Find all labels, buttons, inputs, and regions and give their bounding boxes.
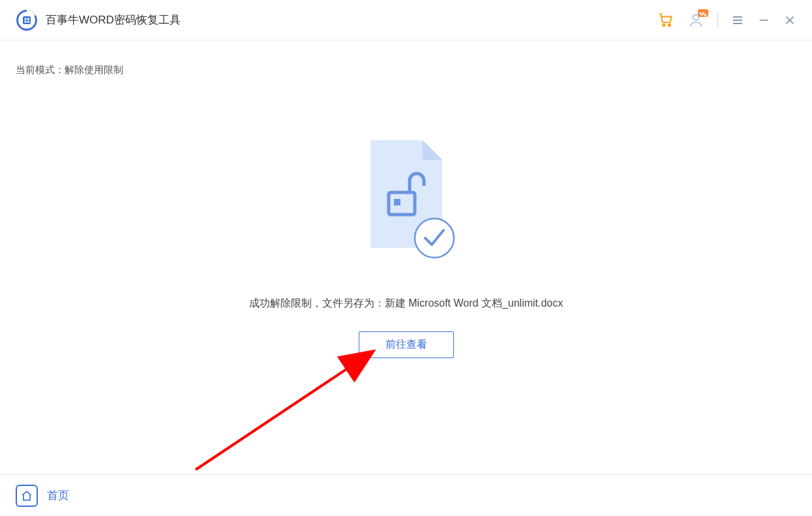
user-badge-icon bbox=[698, 9, 708, 17]
home-icon bbox=[16, 485, 38, 507]
mode-prefix: 当前模式： bbox=[16, 64, 65, 75]
cart-icon[interactable] bbox=[657, 12, 674, 29]
menu-icon[interactable] bbox=[731, 14, 744, 27]
document-unlocked-icon bbox=[351, 134, 462, 264]
home-label: 首页 bbox=[47, 488, 69, 503]
home-link[interactable]: 首页 bbox=[16, 485, 69, 507]
content-area: 当前模式：解除使用限制 成功解除限制，文件另存为：新建 Microsoft Wo… bbox=[0, 40, 812, 358]
saved-filename: 新建 Microsoft Word 文档_unlimit.docx bbox=[385, 297, 564, 309]
titlebar-separator bbox=[717, 13, 718, 27]
current-mode-label: 当前模式：解除使用限制 bbox=[16, 64, 796, 76]
svg-rect-5 bbox=[27, 20, 29, 22]
titlebar: 百事牛WORD密码恢复工具 bbox=[0, 0, 812, 40]
titlebar-left: 百事牛WORD密码恢复工具 bbox=[16, 9, 181, 31]
status-message: 成功解除限制，文件另存为：新建 Microsoft Word 文档_unlimi… bbox=[249, 297, 564, 311]
svg-rect-2 bbox=[25, 18, 27, 20]
svg-point-6 bbox=[663, 23, 665, 25]
app-logo-icon bbox=[16, 9, 38, 31]
svg-point-17 bbox=[415, 219, 454, 258]
result-panel: 成功解除限制，文件另存为：新建 Microsoft Word 文档_unlimi… bbox=[16, 134, 796, 358]
svg-line-18 bbox=[196, 352, 372, 470]
svg-rect-16 bbox=[394, 199, 400, 205]
close-icon[interactable] bbox=[783, 14, 796, 27]
titlebar-right bbox=[657, 12, 796, 29]
svg-rect-3 bbox=[27, 18, 29, 20]
mode-value: 解除使用限制 bbox=[65, 64, 123, 75]
svg-point-7 bbox=[669, 23, 670, 25]
footer-bar: 首页 bbox=[0, 474, 812, 516]
svg-rect-4 bbox=[25, 20, 27, 22]
user-icon[interactable] bbox=[687, 12, 704, 29]
go-view-button[interactable]: 前往查看 bbox=[359, 331, 454, 358]
app-title: 百事牛WORD密码恢复工具 bbox=[46, 12, 181, 27]
svg-rect-1 bbox=[23, 16, 31, 24]
minimize-icon[interactable] bbox=[757, 14, 770, 27]
status-prefix: 成功解除限制，文件另存为： bbox=[249, 297, 385, 309]
